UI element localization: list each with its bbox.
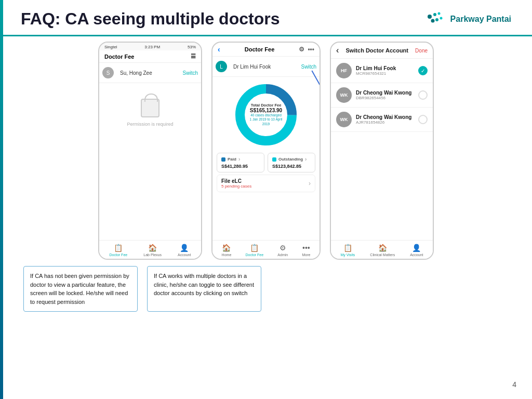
list-item[interactable]: HF Dr Lim Hui Fook MCR987654321 ✓ <box>331 59 433 83</box>
file-info: File eLC 5 pending cases <box>221 178 251 189</box>
doc-check-1: ✓ <box>418 66 428 75</box>
filter-icon-2[interactable]: ⚙ <box>299 46 304 53</box>
logo-icon <box>425 11 446 27</box>
permission-text: Permission is required <box>127 122 173 127</box>
nav-home-label: Home <box>222 253 232 257</box>
doc-avatar-1: HF <box>336 63 352 78</box>
svg-point-0 <box>428 15 432 19</box>
nav-doctor-label-2: Doctor Fee <box>246 253 264 257</box>
nav-admin-label: Admin <box>277 253 288 257</box>
nav-label-1: Doctor Fee <box>110 253 128 257</box>
svg-point-4 <box>435 18 438 21</box>
back-arrow-2[interactable]: ‹ <box>218 45 220 54</box>
nav-account-label-3: Account <box>410 253 423 257</box>
donut-label: Total Doctor Fee <box>249 103 283 108</box>
doctor-avatar-1: S <box>102 67 114 78</box>
visits-icon: 📋 <box>343 244 352 252</box>
file-row[interactable]: File eLC 5 pending cases › <box>217 175 315 192</box>
phones-container: Singtel 3:23 PM 53% Doctor Fee ☰ S Su, H… <box>21 42 511 260</box>
doctor-fee-icon-2: 📋 <box>250 244 259 252</box>
phone3-mockup: ‹ Switch Doctor Account Done HF Dr Lim H… <box>330 42 434 260</box>
list-item[interactable]: WK Dr Cheong Wai Kwong AJR781654826 <box>331 108 433 132</box>
doctor-row-1: S Su, Hong Zee Switch <box>99 63 201 83</box>
lock-icon <box>141 99 159 117</box>
phone2-mockup: ‹ Doctor Fee ⚙ ••• L Dr Lim Hui Fook Swi… <box>211 42 321 260</box>
file-title: File eLC <box>221 178 251 184</box>
nav-more-2[interactable]: ••• More <box>302 244 310 257</box>
nav-doctor-fee-1[interactable]: 📋 Doctor Fee <box>110 244 128 257</box>
doc-id-2: DBR982654456 <box>356 96 414 100</box>
nav-my-visits[interactable]: 📋 My Visits <box>340 244 355 257</box>
file-sub: 5 pending cases <box>221 184 251 189</box>
filter-icon: ☰ <box>191 53 196 60</box>
doc-id-1: MCR987654321 <box>356 71 414 76</box>
nav-account-1[interactable]: 👤 Account <box>178 244 191 257</box>
phone3-header: ‹ Switch Doctor Account Done <box>331 43 433 59</box>
time: 3:23 PM <box>144 45 160 49</box>
caption-box-1: If CA has not been given permission by d… <box>23 266 138 312</box>
page-number: 4 <box>512 380 516 389</box>
done-btn[interactable]: Done <box>415 48 428 54</box>
clinical-icon: 🏠 <box>378 244 387 252</box>
doctor-avatar-2: L <box>216 61 227 72</box>
account-icon-1: 👤 <box>180 244 189 252</box>
doctor-name-2: Dr Lim Hui Fook <box>233 64 271 70</box>
outstanding-label: Outstanding <box>278 157 303 162</box>
donut-center: Total Doctor Fee S$165,123.90 40 cases d… <box>249 103 283 126</box>
outstanding-dot <box>272 157 276 162</box>
page-title: FAQ: CA seeing multiple doctors <box>21 9 280 29</box>
outstanding-box[interactable]: Outstanding › S$123,842.85 <box>268 153 315 172</box>
outstanding-chevron: › <box>305 156 307 162</box>
captions-row: If CA has not been given permission by d… <box>21 266 511 312</box>
switch-btn-2[interactable]: Switch <box>301 64 316 70</box>
doc-name-3: Dr Cheong Wai Kwong <box>356 114 414 120</box>
doc-id-3: AJR781654826 <box>356 120 414 125</box>
left-accent <box>0 0 3 399</box>
phone1-header-title: Doctor Fee <box>104 54 134 60</box>
nav-lab-plexus[interactable]: 🏠 Lab Plexus <box>143 244 162 257</box>
doc-name-1: Dr Lim Hui Fook <box>356 65 414 71</box>
doctor-name-1: Su, Hong Zee <box>120 70 152 76</box>
svg-point-3 <box>431 19 434 22</box>
battery: 53% <box>188 45 196 49</box>
list-item[interactable]: WK Dr Cheong Wai Kwong DBR982654456 <box>331 83 433 108</box>
switch-btn-1[interactable]: Switch <box>183 70 198 76</box>
nav-account-3[interactable]: 👤 Account <box>410 244 423 257</box>
phone1-header: Doctor Fee ☰ <box>99 50 201 63</box>
nav-doctor-fee-2[interactable]: 📋 Doctor Fee <box>246 244 264 257</box>
donut-chart: Total Doctor Fee S$165,123.90 40 cases d… <box>232 81 300 149</box>
donut-container: Total Doctor Fee S$165,123.90 40 cases d… <box>212 77 320 151</box>
nav-admin-2[interactable]: ⚙ Admin <box>277 244 288 257</box>
logo: Parkway Pantai <box>425 11 511 27</box>
paid-box[interactable]: Paid › S$41,280.95 <box>217 153 264 172</box>
doc-check-2 <box>418 90 428 100</box>
fee-boxes: Paid › S$41,280.95 Outstanding › S$123,8… <box>217 153 315 172</box>
nav-clinical[interactable]: 🏠 Clinical Matters <box>370 244 395 257</box>
doctor-list: HF Dr Lim Hui Fook MCR987654321 ✓ WK Dr … <box>331 59 433 132</box>
doc-info-1: Dr Lim Hui Fook MCR987654321 <box>356 65 414 76</box>
phone3-nav: 📋 My Visits 🏠 Clinical Matters 👤 Account <box>331 240 433 259</box>
permission-area: Permission is required <box>99 83 201 142</box>
admin-icon: ⚙ <box>280 244 286 252</box>
file-chevron: › <box>309 180 311 187</box>
more-icon: ••• <box>302 244 310 252</box>
phone2-header-title: Doctor Fee <box>245 46 274 52</box>
phone2-header-icons: ⚙ ••• <box>299 46 314 53</box>
logo-text: Parkway Pantai <box>450 14 511 24</box>
main-content: Singtel 3:23 PM 53% Doctor Fee ☰ S Su, H… <box>0 36 532 317</box>
header: FAQ: CA seeing multiple doctors Parkway … <box>0 0 532 36</box>
paid-amount: S$41,280.95 <box>221 164 260 169</box>
back-arrow-3[interactable]: ‹ <box>336 46 339 55</box>
caption-text-2: If CA works with multiple doctors in a c… <box>154 273 254 296</box>
nav-label-3: Account <box>178 253 191 257</box>
switch-title: Switch Doctor Account <box>345 47 408 54</box>
nav-more-label: More <box>302 253 310 257</box>
more-icon-2[interactable]: ••• <box>308 46 314 53</box>
phone2-nav: 🏠 Home 📋 Doctor Fee ⚙ Admin ••• More <box>212 240 320 259</box>
doctor-row-2: L Dr Lim Hui Fook Switch <box>212 57 320 77</box>
nav-home-2[interactable]: 🏠 Home <box>222 244 232 257</box>
caption-box-2: If CA works with multiple doctors in a c… <box>147 266 261 312</box>
phone2-header: ‹ Doctor Fee ⚙ ••• <box>212 43 320 57</box>
doc-avatar-3: WK <box>336 112 352 127</box>
nav-visits-label: My Visits <box>340 253 355 257</box>
